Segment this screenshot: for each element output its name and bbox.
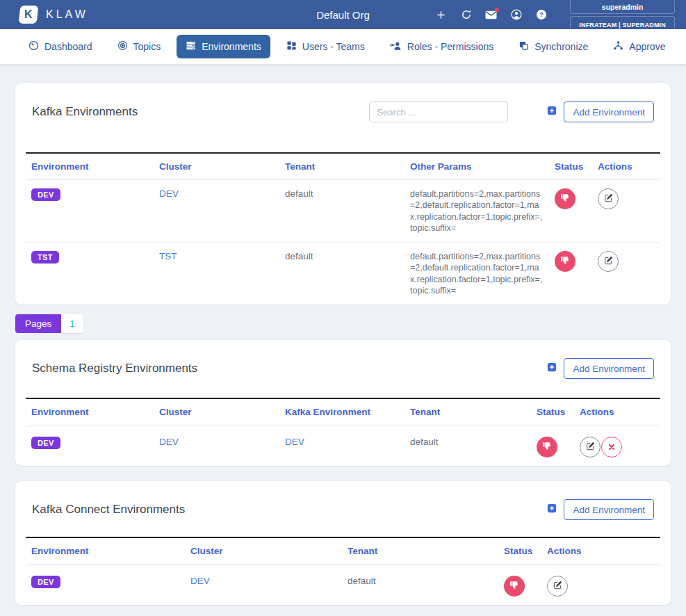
help-icon[interactable]: ?: [535, 9, 547, 21]
user-menu[interactable]: superadmin: [570, 0, 675, 14]
col-environment: Environment: [26, 399, 154, 425]
plus-square-icon: [547, 503, 557, 516]
cluster-link[interactable]: DEV: [190, 576, 210, 586]
pagination: Pages 1: [15, 314, 671, 333]
table-row: DEV DEV default default.partitions=2,max…: [26, 180, 660, 243]
user-icon[interactable]: [510, 9, 522, 21]
tenant-value: default: [410, 437, 439, 447]
col-tenant: Tenant: [342, 538, 498, 565]
plus-square-icon: [547, 362, 557, 375]
notification-dot: [495, 8, 499, 12]
tab-topics[interactable]: Topics: [108, 35, 170, 58]
col-status: Status: [498, 538, 541, 565]
col-tenant: Tenant: [405, 399, 531, 425]
top-navbar: K KLAW Default Org ? superadmin INFRATEA…: [0, 0, 686, 29]
dashboard-icon: [28, 40, 39, 53]
pencil-square-icon: [604, 193, 613, 204]
thumbs-down-icon: [542, 441, 552, 453]
schema-registry-table: Environment Cluster Kafka Environment Te…: [26, 399, 660, 466]
tab-users-teams[interactable]: Users - Teams: [277, 35, 374, 58]
cluster-link[interactable]: DEV: [159, 188, 179, 199]
cluster-link[interactable]: DEV: [159, 437, 179, 447]
edit-environment-button[interactable]: [580, 437, 601, 457]
search-input[interactable]: [369, 102, 508, 122]
edit-environment-button[interactable]: [598, 251, 619, 272]
thumbs-down-icon: [560, 193, 570, 205]
col-environment: Environment: [26, 538, 185, 565]
col-kafka-environment: Kafka Environment: [279, 399, 405, 425]
environments-page: Kafka Environments Add Environment Envir…: [0, 64, 686, 605]
pencil-square-icon: [553, 581, 562, 592]
col-environment: Environment: [26, 154, 154, 180]
col-tenant: Tenant: [279, 154, 405, 180]
schema-registry-title: Schema Registry Environments: [32, 362, 197, 375]
username: superadmin: [602, 3, 644, 11]
plus-square-icon: [547, 106, 557, 118]
tab-dashboard[interactable]: Dashboard: [19, 35, 101, 58]
status-thumbs-down-button[interactable]: [504, 576, 525, 597]
topics-icon: [117, 40, 128, 53]
col-other-params: Other Params: [405, 154, 549, 180]
tenant-value: default: [285, 188, 313, 199]
main-nav: Dashboard Topics Environments Users - Te…: [0, 29, 686, 64]
status-thumbs-down-button[interactable]: [555, 188, 575, 209]
kafka-environments-title: Kafka Environments: [32, 105, 138, 119]
kafka-connect-title: Kafka Connect Environments: [32, 503, 185, 517]
table-row: DEV DEV DEV default: [26, 425, 660, 467]
pencil-square-icon: [586, 441, 595, 453]
cluster-link[interactable]: TST: [159, 251, 177, 261]
tenant-value: default: [285, 251, 313, 261]
status-thumbs-down-button[interactable]: [537, 437, 557, 457]
team-role-menu[interactable]: INFRATEAM | SUPERADMIN: [570, 16, 675, 31]
kafka-environments-card: Kafka Environments Add Environment Envir…: [15, 83, 671, 305]
col-status: Status: [531, 399, 574, 425]
col-cluster: Cluster: [154, 154, 279, 180]
other-params-value: default.partitions=2,max.partitions=2,de…: [410, 188, 544, 234]
other-params-value: default.partitions=2,max.partitions=2,de…: [410, 251, 544, 296]
plus-icon[interactable]: [435, 9, 447, 21]
schema-registry-environments-card: Schema Registry Environments Add Environ…: [15, 340, 671, 466]
col-status: Status: [549, 154, 592, 180]
environment-badge: DEV: [31, 188, 60, 201]
brand-name: KLAW: [46, 8, 88, 21]
add-connect-environment-button[interactable]: Add Environment: [564, 499, 654, 520]
environment-badge: DEV: [31, 437, 60, 449]
status-thumbs-down-button[interactable]: [555, 251, 575, 272]
col-actions: Actions: [574, 399, 660, 425]
environment-badge: DEV: [31, 576, 60, 588]
team-role: INFRATEAM | SUPERADMIN: [579, 22, 666, 29]
col-cluster: Cluster: [154, 399, 279, 425]
roles-permissions-icon: [390, 41, 402, 53]
refresh-icon[interactable]: [460, 9, 472, 21]
col-actions: Actions: [592, 154, 660, 180]
add-kafka-environment-button[interactable]: Add Environment: [564, 102, 654, 122]
col-actions: Actions: [541, 538, 660, 565]
x-icon: [608, 442, 615, 453]
add-schema-environment-button[interactable]: Add Environment: [564, 358, 654, 379]
col-cluster: Cluster: [185, 538, 342, 565]
page-number-button[interactable]: 1: [61, 314, 83, 333]
tab-environments[interactable]: Environments: [177, 35, 270, 58]
tab-roles-permissions[interactable]: Roles - Permissions: [381, 35, 503, 58]
users-teams-icon: [286, 40, 297, 53]
kafka-environment-link[interactable]: DEV: [285, 437, 304, 447]
approve-icon: [613, 40, 623, 53]
environment-badge: TST: [31, 251, 59, 264]
klaw-logo-icon[interactable]: K: [19, 6, 39, 24]
mail-icon[interactable]: [485, 9, 497, 21]
delete-environment-button[interactable]: [601, 437, 622, 457]
kafka-connect-environments-card: Kafka Connect Environments Add Environme…: [15, 481, 671, 605]
tab-approve[interactable]: Approve: [604, 35, 674, 58]
pencil-square-icon: [604, 256, 613, 267]
synchronize-icon: [518, 40, 529, 53]
pages-button[interactable]: Pages: [15, 314, 61, 333]
thumbs-down-icon: [509, 581, 519, 592]
tenant-value: default: [348, 576, 376, 586]
thumbs-down-icon: [560, 256, 570, 268]
table-row: TST TST default default.partitions=2,max…: [26, 243, 660, 305]
table-row: DEV DEV default: [26, 565, 660, 606]
edit-environment-button[interactable]: [547, 576, 568, 597]
edit-environment-button[interactable]: [598, 188, 619, 209]
kafka-environments-table: Environment Cluster Tenant Other Params …: [26, 154, 660, 305]
tab-synchronize[interactable]: Synchronize: [509, 35, 597, 58]
